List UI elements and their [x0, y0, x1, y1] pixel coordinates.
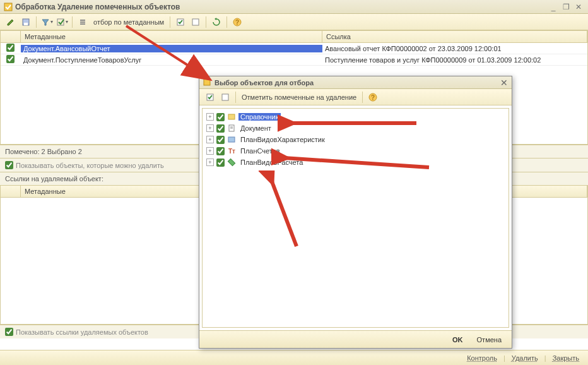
table-row[interactable]: Документ.АвансовыйОтчетАвансовый отчет К… [1, 43, 587, 54]
separator [170, 16, 170, 28]
tree-checkbox[interactable] [216, 136, 225, 144]
tree-item[interactable]: +ПланВидовРасчета [205, 157, 506, 168]
show-deletable-checkbox[interactable] [5, 161, 13, 169]
close-main-button[interactable]: Закрыть [550, 353, 582, 363]
tree-label: ПланВидовРасчета [238, 159, 305, 166]
minimize-button[interactable]: _ [548, 2, 559, 12]
dialog-footer: OK Отмена [199, 330, 512, 348]
tree-type-icon [227, 124, 236, 133]
row-check-cell[interactable] [1, 55, 21, 64]
tree-type-icon [227, 112, 236, 121]
svg-rect-14 [222, 94, 228, 100]
separator [235, 92, 236, 103]
row-check-cell[interactable] [1, 44, 21, 53]
dialog-title: Выбор объектов для отбора [215, 79, 500, 87]
tree-item[interactable]: +ТтПланСчетов [205, 145, 506, 157]
dialog-toolbar: Отметить помеченные на удаление ? [199, 89, 512, 105]
tree-label: ПланСчетов [238, 147, 282, 155]
action-icon[interactable]: ▾ [55, 15, 69, 29]
cancel-button[interactable]: Отмена [472, 335, 507, 345]
svg-rect-23 [228, 159, 235, 165]
tree-item[interactable]: +Документ [205, 123, 506, 134]
check-all-icon[interactable] [173, 15, 187, 29]
row-metadata: Документ.АвансовыйОтчет [21, 45, 322, 52]
control-button[interactable]: Контроль [464, 353, 500, 363]
dialog-body[interactable]: +Справочник+Документ+ПланВидовХарактерис… [202, 108, 509, 328]
grid-header-metadata[interactable]: Метаданные [21, 31, 322, 42]
list-icon[interactable] [76, 15, 90, 29]
grid-header-link[interactable]: Ссылка [322, 31, 587, 42]
row-checkbox[interactable] [6, 44, 15, 52]
svg-rect-0 [4, 3, 12, 11]
uncheck-all-icon[interactable] [218, 90, 232, 104]
svg-rect-8 [192, 19, 199, 25]
dialog-close-icon[interactable]: ✕ [500, 78, 508, 88]
svg-rect-21 [228, 137, 235, 142]
edit-icon[interactable] [4, 15, 18, 29]
filter-by-metadata-button[interactable]: отбор по метаданным [91, 18, 167, 26]
row-link: Авансовый отчет КФП00000002 от 23.03.200… [322, 45, 587, 52]
app-icon [4, 3, 13, 11]
uncheck-all-icon[interactable] [189, 15, 203, 29]
grid-header-check [1, 31, 21, 42]
save-icon[interactable] [19, 15, 33, 29]
separator [362, 92, 363, 103]
dialog-titlebar: Выбор объектов для отбора ✕ [199, 76, 512, 89]
tree-item[interactable]: +Справочник [205, 111, 506, 123]
show-links-checkbox[interactable] [5, 328, 13, 336]
main-toolbar: ▾ ▾ отбор по метаданным ? [0, 14, 588, 30]
mark-for-deletion-button[interactable]: Отметить помеченные на удаление [239, 93, 359, 101]
tree-checkbox[interactable] [216, 124, 225, 133]
bottom-bar: Контроль | Удалить | Закрыть [0, 350, 588, 365]
show-deletable-label: Показывать объекты, которые можно удалит… [16, 162, 164, 169]
grid-header: Метаданные Ссылка [1, 31, 587, 43]
show-links-label: Показывать ссылки удаляемых объектов [16, 328, 148, 336]
tree-type-icon [227, 135, 236, 144]
tree-label: Справочник [238, 113, 281, 121]
dialog-icon [203, 78, 212, 87]
expand-icon[interactable]: + [206, 147, 214, 155]
check-all-icon[interactable] [203, 90, 217, 104]
ok-button[interactable]: OK [447, 335, 468, 345]
row-metadata: Документ.ПоступлениеТоваровУслуг [21, 56, 322, 64]
svg-rect-6 [80, 23, 85, 25]
svg-rect-17 [228, 114, 235, 119]
window-title: Обработка Удаление помеченных объектов [15, 3, 548, 11]
tree-checkbox[interactable] [216, 159, 225, 167]
table-row[interactable]: Документ.ПоступлениеТоваровУслугПоступле… [1, 54, 587, 66]
svg-rect-12 [204, 79, 210, 85]
separator [36, 16, 37, 28]
tree-label: Документ [238, 124, 273, 132]
tree-type-icon [227, 158, 236, 167]
refresh-icon[interactable] [209, 15, 223, 29]
separator: | [503, 354, 505, 362]
svg-rect-2 [24, 23, 28, 25]
separator: | [544, 354, 546, 362]
tree-checkbox[interactable] [216, 113, 225, 121]
svg-rect-4 [80, 20, 85, 21]
tree-type-icon: Тт [227, 147, 236, 155]
expand-icon[interactable]: + [206, 159, 214, 166]
help-icon[interactable]: ? [230, 15, 244, 29]
expand-icon[interactable]: + [206, 124, 214, 132]
row-checkbox[interactable] [6, 55, 15, 63]
svg-text:?: ? [235, 19, 239, 26]
expand-icon[interactable]: + [206, 113, 214, 121]
links-header-check [1, 186, 21, 197]
window-titlebar: Обработка Удаление помеченных объектов _… [0, 0, 588, 14]
svg-text:?: ? [371, 94, 375, 101]
expand-icon[interactable]: + [206, 136, 214, 143]
filter-icon[interactable]: ▾ [40, 15, 54, 29]
tree-label: ПланВидовХарактеристик [238, 136, 327, 143]
delete-button[interactable]: Удалить [509, 353, 541, 363]
restore-button[interactable]: ❐ [560, 2, 572, 12]
separator [72, 16, 73, 28]
separator [206, 16, 206, 28]
svg-text:Тт: Тт [228, 148, 235, 155]
close-button[interactable]: ✕ [573, 2, 584, 12]
help-icon[interactable]: ? [366, 90, 380, 104]
tree-item[interactable]: +ПланВидовХарактеристик [205, 134, 506, 145]
row-link: Поступление товаров и услуг КФП00000009 … [322, 56, 587, 64]
svg-rect-5 [80, 21, 85, 23]
tree-checkbox[interactable] [216, 147, 225, 155]
